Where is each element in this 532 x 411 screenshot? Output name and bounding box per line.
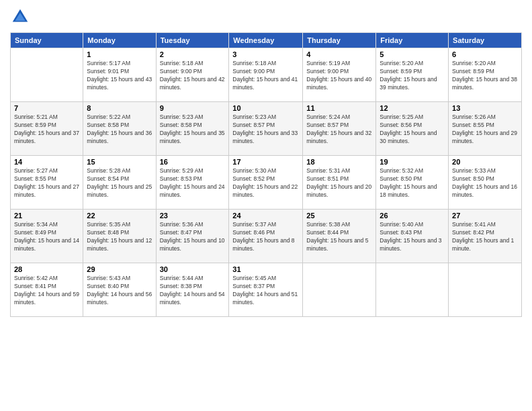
calendar-container: SundayMondayTuesdayWednesdayThursdayFrid… — [0, 0, 532, 411]
day-info: Sunrise: 5:17 AMSunset: 9:01 PMDaylight:… — [87, 60, 152, 92]
calendar-cell — [303, 263, 376, 317]
day-info: Sunrise: 5:42 AMSunset: 8:41 PMDaylight:… — [14, 275, 79, 307]
day-number: 18 — [306, 158, 372, 166]
calendar-cell: 15Sunrise: 5:28 AMSunset: 8:54 PMDayligh… — [83, 156, 156, 210]
day-info: Sunrise: 5:19 AMSunset: 9:00 PMDaylight:… — [306, 60, 372, 92]
day-info: Sunrise: 5:27 AMSunset: 8:55 PMDaylight:… — [14, 167, 79, 199]
day-number: 30 — [160, 265, 226, 273]
day-info: Sunrise: 5:23 AMSunset: 8:57 PMDaylight:… — [232, 113, 299, 146]
calendar-cell: 26Sunrise: 5:40 AMSunset: 8:43 PMDayligh… — [376, 210, 449, 263]
day-number: 6 — [452, 50, 518, 58]
calendar-cell — [11, 48, 83, 102]
weekday-header: Friday — [376, 33, 449, 48]
day-info: Sunrise: 5:30 AMSunset: 8:52 PMDaylight:… — [232, 167, 299, 199]
day-number: 7 — [14, 104, 79, 112]
calendar-cell: 3Sunrise: 5:18 AMSunset: 9:00 PMDaylight… — [229, 48, 303, 102]
day-info: Sunrise: 5:23 AMSunset: 8:58 PMDaylight:… — [160, 113, 226, 146]
calendar-week-row: 1Sunrise: 5:17 AMSunset: 9:01 PMDaylight… — [11, 48, 522, 102]
weekday-header-row: SundayMondayTuesdayWednesdayThursdayFrid… — [11, 33, 522, 48]
calendar-cell: 7Sunrise: 5:21 AMSunset: 8:59 PMDaylight… — [11, 102, 83, 156]
calendar-week-row: 14Sunrise: 5:27 AMSunset: 8:55 PMDayligh… — [11, 156, 522, 210]
day-number: 21 — [14, 212, 79, 220]
day-info: Sunrise: 5:21 AMSunset: 8:59 PMDaylight:… — [14, 113, 79, 146]
calendar-cell: 1Sunrise: 5:17 AMSunset: 9:01 PMDaylight… — [83, 48, 156, 102]
day-info: Sunrise: 5:36 AMSunset: 8:47 PMDaylight:… — [160, 221, 226, 253]
calendar-cell: 4Sunrise: 5:19 AMSunset: 9:00 PMDaylight… — [303, 48, 376, 102]
day-number: 24 — [232, 212, 299, 220]
calendar-cell: 6Sunrise: 5:20 AMSunset: 8:59 PMDaylight… — [449, 48, 522, 102]
weekday-header: Tuesday — [156, 33, 229, 48]
calendar-cell: 29Sunrise: 5:43 AMSunset: 8:40 PMDayligh… — [83, 263, 156, 317]
calendar-cell: 23Sunrise: 5:36 AMSunset: 8:47 PMDayligh… — [156, 210, 229, 263]
calendar-cell: 27Sunrise: 5:41 AMSunset: 8:42 PMDayligh… — [449, 210, 522, 263]
day-number: 9 — [160, 104, 226, 112]
day-info: Sunrise: 5:28 AMSunset: 8:54 PMDaylight:… — [87, 167, 152, 199]
day-info: Sunrise: 5:20 AMSunset: 8:59 PMDaylight:… — [380, 60, 445, 92]
day-number: 16 — [160, 158, 226, 166]
day-number: 1 — [87, 50, 152, 58]
day-number: 31 — [232, 265, 299, 273]
calendar-cell — [376, 263, 449, 317]
day-number: 15 — [87, 158, 152, 166]
logo-icon — [10, 7, 30, 27]
day-info: Sunrise: 5:24 AMSunset: 8:57 PMDaylight:… — [306, 113, 372, 146]
day-info: Sunrise: 5:32 AMSunset: 8:50 PMDaylight:… — [380, 167, 445, 199]
calendar-cell: 11Sunrise: 5:24 AMSunset: 8:57 PMDayligh… — [303, 102, 376, 156]
calendar-cell: 22Sunrise: 5:35 AMSunset: 8:48 PMDayligh… — [83, 210, 156, 263]
logo — [10, 7, 33, 27]
calendar-week-row: 21Sunrise: 5:34 AMSunset: 8:49 PMDayligh… — [11, 210, 522, 263]
day-number: 8 — [87, 104, 152, 112]
day-info: Sunrise: 5:33 AMSunset: 8:50 PMDaylight:… — [452, 167, 518, 199]
day-info: Sunrise: 5:40 AMSunset: 8:43 PMDaylight:… — [380, 221, 445, 253]
weekday-header: Sunday — [11, 33, 83, 48]
day-number: 20 — [452, 158, 518, 166]
calendar-week-row: 28Sunrise: 5:42 AMSunset: 8:41 PMDayligh… — [11, 263, 522, 317]
calendar-cell: 13Sunrise: 5:26 AMSunset: 8:55 PMDayligh… — [449, 102, 522, 156]
calendar-cell: 5Sunrise: 5:20 AMSunset: 8:59 PMDaylight… — [376, 48, 449, 102]
day-number: 17 — [232, 158, 299, 166]
day-info: Sunrise: 5:45 AMSunset: 8:37 PMDaylight:… — [232, 275, 299, 307]
calendar-cell: 28Sunrise: 5:42 AMSunset: 8:41 PMDayligh… — [11, 263, 83, 317]
calendar-cell: 8Sunrise: 5:22 AMSunset: 8:58 PMDaylight… — [83, 102, 156, 156]
day-number: 23 — [160, 212, 226, 220]
calendar-cell: 24Sunrise: 5:37 AMSunset: 8:46 PMDayligh… — [229, 210, 303, 263]
day-number: 3 — [232, 50, 299, 58]
day-number: 13 — [452, 104, 518, 112]
day-number: 5 — [380, 50, 445, 58]
day-number: 4 — [306, 50, 372, 58]
day-info: Sunrise: 5:31 AMSunset: 8:51 PMDaylight:… — [306, 167, 372, 199]
day-info: Sunrise: 5:18 AMSunset: 9:00 PMDaylight:… — [160, 60, 226, 92]
calendar-cell: 30Sunrise: 5:44 AMSunset: 8:38 PMDayligh… — [156, 263, 229, 317]
day-number: 26 — [380, 212, 445, 220]
calendar-week-row: 7Sunrise: 5:21 AMSunset: 8:59 PMDaylight… — [11, 102, 522, 156]
calendar-cell: 14Sunrise: 5:27 AMSunset: 8:55 PMDayligh… — [11, 156, 83, 210]
day-number: 29 — [87, 265, 152, 273]
calendar-cell: 12Sunrise: 5:25 AMSunset: 8:56 PMDayligh… — [376, 102, 449, 156]
calendar-table: SundayMondayTuesdayWednesdayThursdayFrid… — [10, 32, 522, 317]
day-info: Sunrise: 5:43 AMSunset: 8:40 PMDaylight:… — [87, 275, 152, 307]
day-info: Sunrise: 5:44 AMSunset: 8:38 PMDaylight:… — [160, 275, 226, 307]
day-number: 11 — [306, 104, 372, 112]
day-info: Sunrise: 5:41 AMSunset: 8:42 PMDaylight:… — [452, 221, 518, 253]
calendar-cell: 19Sunrise: 5:32 AMSunset: 8:50 PMDayligh… — [376, 156, 449, 210]
day-number: 25 — [306, 212, 372, 220]
calendar-cell: 2Sunrise: 5:18 AMSunset: 9:00 PMDaylight… — [156, 48, 229, 102]
calendar-cell: 10Sunrise: 5:23 AMSunset: 8:57 PMDayligh… — [229, 102, 303, 156]
day-info: Sunrise: 5:18 AMSunset: 9:00 PMDaylight:… — [232, 60, 299, 92]
day-info: Sunrise: 5:38 AMSunset: 8:44 PMDaylight:… — [306, 221, 372, 253]
calendar-cell: 20Sunrise: 5:33 AMSunset: 8:50 PMDayligh… — [449, 156, 522, 210]
day-info: Sunrise: 5:35 AMSunset: 8:48 PMDaylight:… — [87, 221, 152, 253]
day-number: 27 — [452, 212, 518, 220]
day-info: Sunrise: 5:26 AMSunset: 8:55 PMDaylight:… — [452, 113, 518, 146]
day-info: Sunrise: 5:22 AMSunset: 8:58 PMDaylight:… — [87, 113, 152, 146]
day-number: 19 — [380, 158, 445, 166]
day-info: Sunrise: 5:20 AMSunset: 8:59 PMDaylight:… — [452, 60, 518, 92]
day-info: Sunrise: 5:25 AMSunset: 8:56 PMDaylight:… — [380, 113, 445, 146]
day-number: 12 — [380, 104, 445, 112]
calendar-cell — [449, 263, 522, 317]
calendar-cell: 31Sunrise: 5:45 AMSunset: 8:37 PMDayligh… — [229, 263, 303, 317]
day-info: Sunrise: 5:37 AMSunset: 8:46 PMDaylight:… — [232, 221, 299, 253]
day-number: 28 — [14, 265, 79, 273]
header — [10, 7, 522, 27]
calendar-cell: 25Sunrise: 5:38 AMSunset: 8:44 PMDayligh… — [303, 210, 376, 263]
